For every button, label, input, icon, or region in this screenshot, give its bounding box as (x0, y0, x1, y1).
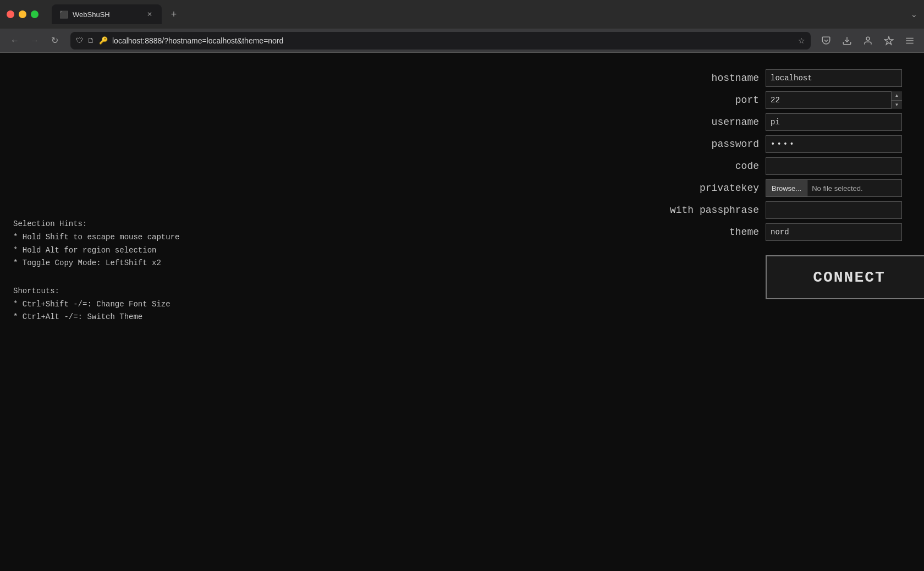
menu-button[interactable] (902, 33, 917, 48)
browse-button[interactable]: Browse... (766, 180, 807, 196)
lock-icon: 🔑 (99, 36, 108, 45)
active-tab[interactable]: ⬛ WebShuSH ✕ (52, 4, 162, 24)
new-tab-button[interactable]: + (166, 7, 182, 22)
account-button[interactable] (860, 33, 876, 48)
bookmark-icon[interactable]: ☆ (798, 36, 805, 45)
hostname-label: hostname (649, 73, 759, 84)
username-row: username (649, 113, 902, 131)
hint-line-2: * Hold Alt for region selection (13, 244, 625, 256)
port-decrement-button[interactable]: ▼ (892, 101, 902, 109)
shortcut-line-1: * Ctrl+Shift -/=: Change Font Size (13, 298, 625, 310)
tab-close-button[interactable]: ✕ (145, 10, 154, 19)
tab-icon: ⬛ (59, 10, 68, 19)
password-row: password (649, 135, 902, 153)
hints-title: Selection Hints: (13, 218, 625, 230)
theme-label: theme (649, 227, 759, 238)
username-input[interactable] (766, 113, 902, 131)
passphrase-input[interactable] (766, 201, 902, 219)
port-row: port ▲ ▼ (649, 91, 902, 109)
extensions-button[interactable] (881, 33, 897, 48)
password-input[interactable] (766, 135, 902, 153)
theme-input[interactable] (766, 223, 902, 241)
close-button[interactable] (7, 10, 14, 18)
pocket-button[interactable] (818, 33, 834, 48)
page-icon: 🗋 (87, 36, 95, 45)
file-input-wrapper: Browse... No file selected. (766, 179, 902, 197)
file-name-text: No file selected. (807, 184, 867, 193)
svg-point-1 (866, 37, 870, 40)
reload-button[interactable]: ↻ (46, 32, 63, 49)
passphrase-row: with passphrase (649, 201, 902, 219)
code-row: code (649, 157, 902, 175)
port-input[interactable] (766, 91, 902, 109)
hints-section: Selection Hints: * Hold Shift to escape … (13, 218, 625, 270)
code-input[interactable] (766, 157, 902, 175)
tab-bar: ⬛ WebShuSH ✕ + ⌄ (52, 4, 917, 24)
maximize-button[interactable] (31, 10, 38, 18)
tab-list-button[interactable]: ⌄ (911, 10, 917, 19)
main-content: Selection Hints: * Hold Shift to escape … (0, 53, 924, 571)
passphrase-label: with passphrase (649, 205, 759, 216)
password-label: password (649, 139, 759, 150)
hint-line-3: * Toggle Copy Mode: LeftShift x2 (13, 257, 625, 269)
back-button[interactable]: ← (7, 32, 23, 49)
shortcuts-title: Shortcuts: (13, 285, 625, 297)
nav-bar: ← → ↻ 🛡 🗋 🔑 localhost:8888/?hostname=loc… (0, 29, 924, 53)
shortcut-line-2: * Ctrl+Alt -/=: Switch Theme (13, 311, 625, 323)
port-wrapper: ▲ ▼ (766, 91, 902, 109)
browser-chrome: ⬛ WebShuSH ✕ + ⌄ ← → ↻ 🛡 🗋 🔑 localhost:8… (0, 0, 924, 53)
url-text: localhost:8888/?hostname=localhost&theme… (112, 36, 794, 45)
connection-form: hostname port ▲ ▼ username password (638, 53, 924, 571)
nav-right-icons (818, 33, 917, 48)
port-label: port (649, 95, 759, 106)
shield-icon: 🛡 (76, 36, 83, 45)
code-label: code (649, 161, 759, 172)
port-spinners: ▲ ▼ (891, 91, 902, 109)
port-increment-button[interactable]: ▲ (892, 91, 902, 101)
hostname-row: hostname (649, 69, 902, 87)
theme-row: theme (649, 223, 902, 241)
address-bar[interactable]: 🛡 🗋 🔑 localhost:8888/?hostname=localhost… (70, 32, 811, 50)
connect-button[interactable]: CONNECT (766, 255, 924, 299)
shortcuts-section: Shortcuts: * Ctrl+Shift -/=: Change Font… (13, 285, 625, 323)
tab-title: WebShuSH (73, 10, 141, 19)
minimize-button[interactable] (19, 10, 26, 18)
traffic-lights (7, 10, 38, 18)
terminal-area: Selection Hints: * Hold Shift to escape … (0, 53, 638, 571)
forward-button[interactable]: → (26, 32, 43, 49)
username-label: username (649, 117, 759, 128)
hint-line-1: * Hold Shift to escape mouse capture (13, 231, 625, 243)
hostname-input[interactable] (766, 69, 902, 87)
privatekey-row: privatekey Browse... No file selected. (649, 179, 902, 197)
download-button[interactable] (839, 33, 855, 48)
title-bar: ⬛ WebShuSH ✕ + ⌄ (0, 0, 924, 29)
privatekey-label: privatekey (649, 183, 759, 194)
